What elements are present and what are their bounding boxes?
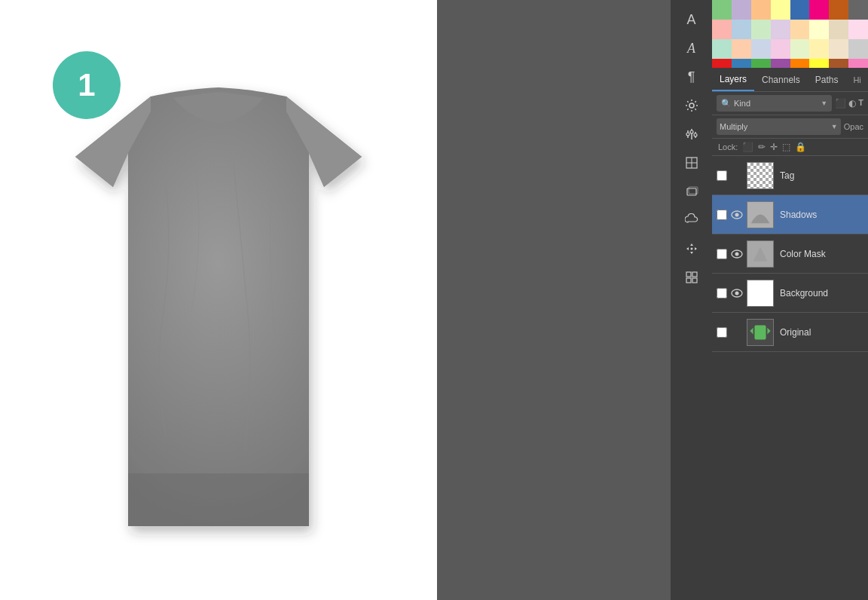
- lock-artboard-icon[interactable]: ⬚: [782, 142, 790, 152]
- tab-paths[interactable]: Paths: [808, 68, 846, 91]
- color-swatch[interactable]: [771, 0, 790, 20]
- adjustments-icon[interactable]: [678, 121, 705, 148]
- lock-position-icon[interactable]: ✏: [758, 142, 766, 152]
- grid-icon[interactable]: [678, 264, 705, 291]
- layer-visibility-icon[interactable]: [730, 326, 744, 339]
- svg-point-4: [686, 133, 689, 136]
- color-swatch[interactable]: [771, 39, 790, 59]
- lock-bar: Lock: ⬛ ✏ ✛ ⬚ 🔒: [712, 139, 868, 156]
- transform-icon[interactable]: [678, 149, 705, 176]
- color-swatch[interactable]: [848, 39, 868, 59]
- badge-number: 1: [78, 67, 95, 103]
- layer-item[interactable]: Background: [712, 274, 868, 313]
- color-swatch[interactable]: [829, 0, 848, 20]
- layer-item[interactable]: Shadows: [712, 195, 868, 234]
- color-swatch[interactable]: [712, 59, 732, 68]
- lock-move-icon[interactable]: ✛: [770, 142, 778, 152]
- svg-point-21: [735, 252, 739, 256]
- color-swatch[interactable]: [829, 20, 848, 39]
- search-icon: 🔍: [721, 99, 732, 109]
- color-swatch[interactable]: [790, 39, 810, 59]
- color-swatch[interactable]: [732, 20, 751, 39]
- color-swatch[interactable]: [712, 0, 732, 20]
- type-filter-icon[interactable]: T: [858, 98, 863, 109]
- layer-item[interactable]: Original: [712, 313, 868, 352]
- color-swatch[interactable]: [809, 0, 829, 20]
- layer-visibility-icon[interactable]: [730, 169, 744, 182]
- layer-checkbox[interactable]: [717, 288, 727, 298]
- color-swatch[interactable]: [771, 20, 790, 39]
- layer-thumbnail: [747, 240, 774, 268]
- color-swatch[interactable]: [848, 20, 868, 39]
- blend-arrow-icon: ▼: [831, 123, 838, 130]
- right-panel: Layers Channels Paths Hi 🔍 Kind ▼ ⬛ ◐ T …: [712, 0, 868, 600]
- svg-point-5: [690, 130, 693, 133]
- color-swatch[interactable]: [848, 0, 868, 20]
- color-swatch[interactable]: [790, 59, 810, 68]
- layers-list: TagShadowsColor MaskBackgroundOriginal: [712, 156, 868, 600]
- layer-item[interactable]: Tag: [712, 156, 868, 195]
- blend-mode-label: Multiply: [720, 122, 747, 131]
- blend-mode-dropdown[interactable]: Multiply ▼: [717, 118, 841, 135]
- color-swatch[interactable]: [829, 59, 848, 68]
- layer-checkbox[interactable]: [717, 210, 727, 220]
- layer-item[interactable]: Color Mask: [712, 234, 868, 274]
- cloud-icon[interactable]: [678, 207, 705, 234]
- svg-rect-14: [692, 272, 697, 277]
- tab-layers[interactable]: Layers: [712, 68, 754, 91]
- layer-checkbox[interactable]: [717, 249, 727, 259]
- color-swatch[interactable]: [809, 39, 829, 59]
- kind-dropdown[interactable]: Kind: [734, 99, 821, 108]
- color-swatch[interactable]: [712, 20, 732, 39]
- layer-visibility-icon[interactable]: [730, 247, 744, 261]
- tab-channels[interactable]: Channels: [754, 68, 808, 91]
- layer-name: Tag: [780, 170, 794, 181]
- svg-point-24: [735, 291, 739, 295]
- svg-point-18: [735, 213, 739, 216]
- opacity-label: Opac: [844, 122, 863, 131]
- layer-name: Color Mask: [780, 249, 826, 259]
- middle-area: [437, 0, 671, 600]
- tab-history[interactable]: Hi: [845, 68, 868, 91]
- color-swatch[interactable]: [790, 0, 810, 20]
- color-swatch[interactable]: [809, 20, 829, 39]
- color-swatch[interactable]: [751, 39, 771, 59]
- color-swatch[interactable]: [751, 0, 771, 20]
- layers-icon[interactable]: [678, 178, 705, 205]
- color-swatch[interactable]: [848, 59, 868, 68]
- move-icon[interactable]: [678, 235, 705, 262]
- toolbar-strip: A A ¶: [671, 0, 712, 600]
- color-swatch[interactable]: [732, 39, 751, 59]
- svg-point-0: [689, 103, 694, 108]
- layer-name: Shadows: [780, 210, 817, 220]
- layer-thumbnail: [747, 162, 774, 189]
- italic-type-icon[interactable]: A: [678, 35, 705, 62]
- color-swatch[interactable]: [732, 59, 751, 68]
- color-swatch[interactable]: [790, 20, 810, 39]
- color-swatch[interactable]: [829, 39, 848, 59]
- lock-pixels-icon[interactable]: ⬛: [742, 142, 753, 152]
- color-swatch[interactable]: [712, 39, 732, 59]
- dropdown-arrow-icon: ▼: [821, 99, 827, 107]
- number-badge: 1: [53, 51, 121, 119]
- blend-bar: Multiply ▼ Opac: [712, 115, 868, 139]
- layer-name: Original: [780, 327, 811, 338]
- layer-thumbnail: [747, 201, 774, 228]
- type-tool-icon[interactable]: A: [678, 6, 705, 33]
- layer-visibility-icon[interactable]: [730, 286, 744, 300]
- color-swatch[interactable]: [809, 59, 829, 68]
- filter-search-box[interactable]: 🔍 Kind ▼: [717, 95, 832, 112]
- settings-icon[interactable]: [678, 92, 705, 119]
- layer-checkbox[interactable]: [717, 170, 727, 181]
- adjustment-filter-icon[interactable]: ◐: [848, 98, 856, 109]
- pixel-filter-icon[interactable]: ⬛: [835, 98, 846, 109]
- paragraph-icon[interactable]: ¶: [678, 63, 705, 90]
- color-swatch[interactable]: [732, 0, 751, 20]
- layer-thumbnail: [747, 319, 774, 346]
- color-swatch[interactable]: [771, 59, 790, 68]
- lock-all-icon[interactable]: 🔒: [795, 142, 806, 152]
- layer-visibility-icon[interactable]: [730, 208, 744, 222]
- color-swatch[interactable]: [751, 20, 771, 39]
- color-swatch[interactable]: [751, 59, 771, 68]
- layer-checkbox[interactable]: [717, 327, 727, 338]
